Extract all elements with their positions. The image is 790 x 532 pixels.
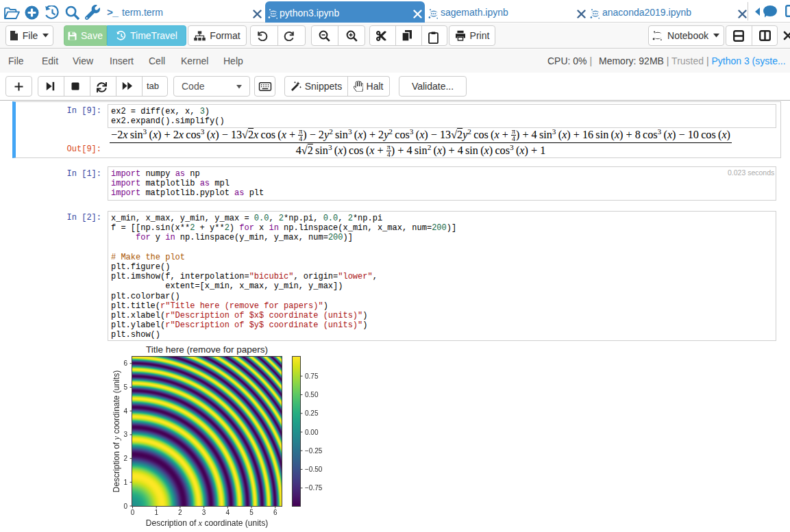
svg-text:6: 6: [123, 359, 127, 367]
svg-text:3: 3: [202, 509, 206, 516]
svg-text:0.00: 0.00: [305, 429, 319, 436]
svg-text:4: 4: [226, 509, 230, 516]
svg-text:5: 5: [249, 509, 254, 516]
svg-text:2: 2: [123, 455, 127, 462]
svg-text:0.50: 0.50: [305, 391, 319, 398]
svg-text:6: 6: [273, 509, 277, 516]
svg-text:0: 0: [123, 503, 127, 510]
svg-text:−0.75: −0.75: [305, 484, 323, 492]
svg-text:5: 5: [123, 383, 127, 391]
svg-text:−0.50: −0.50: [305, 466, 323, 473]
svg-text:3: 3: [123, 431, 127, 438]
svg-text:1: 1: [154, 509, 158, 516]
svg-text:4: 4: [123, 407, 127, 415]
svg-text:0.25: 0.25: [305, 409, 319, 417]
svg-text:Description of y coordinate (u: Description of y coordinate (units): [112, 370, 121, 492]
svg-text:1: 1: [123, 479, 127, 486]
svg-text:0.75: 0.75: [305, 372, 319, 380]
svg-text:−0.25: −0.25: [305, 447, 323, 455]
svg-text:Description of x coordinate (u: Description of x coordinate (units): [146, 518, 268, 528]
svg-text:2: 2: [178, 509, 182, 516]
svg-text:0: 0: [131, 509, 135, 516]
